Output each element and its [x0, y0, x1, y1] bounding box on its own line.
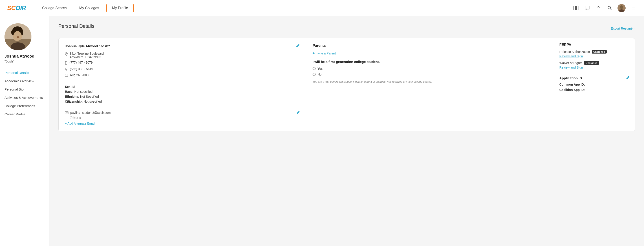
release-auth-row: Release Authorization Unsigned Review an…	[559, 50, 630, 58]
calendar-icon	[65, 74, 68, 78]
email-address: pavlina+student3@scoir.com	[70, 111, 111, 115]
ethnicity-row: Ethnicity: Not Specified	[65, 95, 300, 98]
ferpa-title: FERPA	[559, 43, 630, 47]
svg-rect-0	[574, 6, 576, 10]
application-id-box: Application ID Common App ID: — Coalitio…	[559, 76, 630, 93]
export-resume-link[interactable]: Export Résumé ↑	[611, 27, 635, 30]
radio-no[interactable]: No	[312, 73, 548, 76]
edit-app-id-icon[interactable]	[626, 76, 630, 80]
release-auth-header: Release Authorization Unsigned	[559, 50, 630, 54]
waiver-label: Waiver of Rights	[559, 61, 582, 65]
nav-college-search[interactable]: College Search	[37, 4, 72, 12]
email-row: pavlina+student3@scoir.com	[65, 111, 300, 115]
avatar[interactable]	[618, 4, 626, 12]
header: SCOIR College Search My Colleges My Prof…	[0, 0, 644, 16]
svg-rect-21	[65, 74, 68, 77]
application-id-title: Application ID	[559, 76, 630, 80]
address-text: 3414 Treeline Boulevard Anywhere, USA 99…	[70, 52, 104, 59]
svg-rect-1	[576, 6, 578, 10]
citizenship-row: Citizenship: Not specified	[65, 100, 300, 103]
menu-icon[interactable]: ≡	[630, 5, 637, 11]
address-row: 3414 Treeline Boulevard Anywhere, USA 99…	[65, 52, 300, 59]
phone1-row: (777) 497 - 9079	[65, 61, 300, 65]
main-nav: College Search My Colleges My Profile	[37, 4, 572, 12]
svg-point-3	[608, 6, 610, 9]
main-content: Personal Details Export Résumé ↑ Joshua …	[50, 16, 644, 246]
svg-point-18	[66, 53, 67, 54]
radio-no-circle	[312, 73, 316, 76]
sex-row: Sex: M	[65, 85, 300, 89]
header-actions: ≡	[572, 4, 637, 12]
personal-info-section: Joshua Kyle Atwood "Josh" 3414	[58, 38, 306, 131]
yes-label: Yes	[318, 67, 323, 70]
svg-line-4	[610, 9, 612, 10]
sidebar-item-personal-details[interactable]: Personal Details	[4, 69, 49, 77]
phone1-text: (777) 497 - 9079	[70, 61, 93, 64]
sidebar-user-nickname: "Josh"	[4, 59, 49, 63]
email-info: pavlina+student3@scoir.com	[65, 111, 111, 115]
location-icon	[65, 52, 68, 56]
personal-details-card: Joshua Kyle Atwood "Josh" 3414	[58, 38, 635, 131]
search-icon[interactable]	[606, 5, 613, 11]
sidebar-item-activities-achievements[interactable]: Activities & Achievements	[4, 93, 49, 102]
bell-icon[interactable]	[595, 5, 602, 11]
common-app-id-row: Common App ID: —	[559, 83, 630, 86]
dob-text: Aug 26, 2003	[70, 73, 88, 77]
svg-point-17	[16, 36, 19, 38]
compare-icon[interactable]	[572, 5, 579, 11]
logo[interactable]: SCOIR	[7, 4, 26, 12]
sidebar-user-name: Joshua Atwood	[4, 54, 49, 59]
first-gen-note: You are a first-generation student if ne…	[312, 80, 548, 84]
edit-email-icon[interactable]	[297, 111, 300, 115]
mobile-icon	[65, 61, 68, 65]
ferpa-box: FERPA Release Authorization Unsigned Rev…	[559, 43, 630, 72]
waiver-header: Waiver of Rights Unsigned	[559, 61, 630, 65]
sidebar-item-college-preferences[interactable]: College Preferences	[4, 102, 49, 110]
chat-icon[interactable]	[584, 5, 590, 11]
person-full-name: Joshua Kyle Atwood "Josh"	[65, 44, 110, 48]
radio-yes-circle	[312, 67, 316, 70]
phone2-row: (555) 333 - 5619	[65, 67, 300, 71]
sidebar-navigation: Personal Details Academic Overview Perso…	[4, 69, 49, 118]
right-column: FERPA Release Authorization Unsigned Rev…	[554, 38, 635, 131]
release-auth-review-link[interactable]: Review and Sign	[559, 54, 630, 58]
waiver-row: Waiver of Rights Unsigned Review and Sig…	[559, 61, 630, 69]
release-auth-badge: Unsigned	[592, 50, 607, 54]
race-row: Race: Not specified	[65, 90, 300, 93]
sidebar-item-academic-overview[interactable]: Academic Overview	[4, 77, 49, 85]
email-icon	[65, 111, 68, 115]
sidebar-item-personal-bio[interactable]: Personal Bio	[4, 85, 49, 93]
plus-icon: +	[312, 51, 314, 55]
sidebar: Joshua Atwood "Josh" Personal Details Ac…	[0, 16, 50, 246]
divider-1	[65, 81, 300, 81]
svg-point-6	[620, 5, 623, 9]
waiver-review-link[interactable]: Review and Sign	[559, 66, 630, 69]
profile-avatar	[4, 23, 32, 50]
email-type: (Primary)	[65, 116, 300, 119]
nav-my-profile[interactable]: My Profile	[106, 4, 134, 12]
coalition-app-id-row: Coalition App ID: —	[559, 88, 630, 92]
nav-my-colleges[interactable]: My Colleges	[74, 4, 104, 12]
person-name-row: Joshua Kyle Atwood "Josh"	[65, 44, 300, 48]
divider-2	[65, 107, 300, 107]
radio-yes[interactable]: Yes	[312, 67, 548, 70]
main-layout: Joshua Atwood "Josh" Personal Details Ac…	[0, 16, 644, 246]
phone-icon	[65, 68, 68, 71]
phone2-text: (555) 333 - 5619	[70, 67, 93, 71]
first-gen-label: I will be a first-generation college stu…	[312, 60, 548, 64]
sidebar-item-career-profile[interactable]: Career Profile	[4, 110, 49, 118]
add-alternate-email-link[interactable]: Add Alternate Email	[65, 122, 95, 125]
parents-heading: Parents	[312, 44, 548, 48]
page-title: Personal Details	[58, 23, 94, 29]
parents-section: Parents + Invite a Parent I will be a fi…	[306, 38, 554, 131]
edit-personal-icon[interactable]	[296, 44, 300, 48]
no-label: No	[318, 73, 322, 76]
invite-parent-link[interactable]: + Invite a Parent	[312, 51, 336, 55]
release-auth-label: Release Authorization	[559, 50, 590, 54]
waiver-badge: Unsigned	[584, 61, 599, 65]
dob-row: Aug 26, 2003	[65, 73, 300, 78]
